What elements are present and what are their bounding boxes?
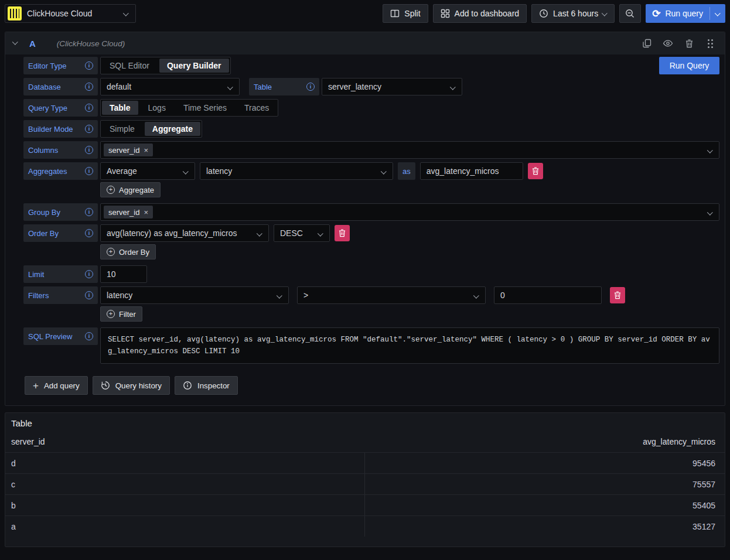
remove-filter-button[interactable] (610, 287, 625, 303)
cell-avg-latency: 55405 (365, 495, 725, 515)
columns-label-box: Columns i (23, 141, 98, 159)
sql-preview-row: SQL Preview i SELECT server_id, avg(late… (23, 327, 719, 364)
datasource-picker[interactable]: ClickHouse Cloud (5, 4, 136, 23)
query-editor-container: A (ClickHouse Cloud) Editor Type i SQL E… (5, 32, 725, 406)
add-to-dashboard-label: Add to dashboard (455, 9, 520, 18)
option-traces[interactable]: Traces (237, 101, 277, 115)
table-header-row: server_id avg_latency_micros (5, 431, 725, 452)
builder-mode-row: Builder Mode i Simple Aggregate (23, 120, 719, 138)
builder-mode-radio-group: Simple Aggregate (100, 120, 202, 138)
option-time-series[interactable]: Time Series (176, 101, 234, 115)
cell-avg-latency: 95456 (365, 453, 725, 473)
remove-chip-icon[interactable]: × (144, 146, 148, 154)
chevron-down-icon (257, 231, 262, 237)
run-query-inline-button[interactable]: Run Query (659, 57, 719, 74)
chevron-down-icon (183, 169, 189, 175)
order-by-label: Order By (28, 229, 59, 238)
info-icon[interactable]: i (85, 62, 93, 70)
columns-multiselect[interactable]: server_id × (100, 141, 719, 159)
split-icon (390, 9, 400, 18)
option-aggregate[interactable]: Aggregate (145, 122, 200, 136)
chevron-down-icon (707, 210, 713, 216)
order-direction-select[interactable]: DESC (274, 224, 330, 242)
limit-label: Limit (28, 270, 44, 279)
history-icon (101, 381, 110, 390)
database-select[interactable]: default (100, 78, 240, 95)
filter-operator-select[interactable]: > (297, 286, 486, 304)
run-query-button[interactable]: ⟳ Run query (646, 4, 725, 23)
drag-handle-icon[interactable] (704, 37, 717, 50)
info-icon[interactable]: i (85, 125, 93, 133)
time-range-picker[interactable]: Last 6 hours (531, 4, 615, 23)
editor-type-label: Editor Type (28, 62, 67, 70)
group-by-chip-label: server_id (108, 208, 139, 217)
info-icon[interactable]: i (85, 291, 93, 299)
limit-row: Limit i 10 (23, 265, 719, 283)
clickhouse-logo-icon (8, 6, 22, 21)
duplicate-query-icon[interactable] (640, 37, 653, 50)
run-query-dropdown[interactable] (710, 4, 725, 23)
aggregate-function-select[interactable]: Average (100, 162, 195, 180)
cell-server-id: d (5, 453, 365, 473)
group-by-label: Group By (28, 208, 60, 217)
split-label: Split (404, 9, 420, 18)
split-button[interactable]: Split (383, 4, 428, 23)
column-header-avg-latency[interactable]: avg_latency_micros (363, 437, 715, 446)
query-type-label-box: Query Type i (23, 99, 98, 117)
info-icon[interactable]: i (85, 104, 93, 112)
inspector-button[interactable]: Inspector (175, 376, 238, 395)
inspector-label: Inspector (197, 381, 230, 390)
option-logs[interactable]: Logs (141, 101, 173, 115)
aggregate-column-select[interactable]: latency (200, 162, 393, 180)
add-filter-button[interactable]: + Filter (100, 306, 142, 322)
order-by-label-box: Order By i (23, 224, 98, 242)
remove-chip-icon[interactable]: × (144, 209, 148, 216)
table-row: d 95456 (5, 452, 725, 473)
group-by-chip: server_id × (104, 206, 153, 218)
info-icon[interactable]: i (85, 208, 93, 216)
table-panel: Table server_id avg_latency_micros d 954… (5, 412, 725, 547)
remove-query-trash-icon[interactable] (683, 37, 695, 50)
add-order-by-label: Order By (119, 248, 149, 257)
chevron-down-icon (450, 84, 456, 90)
info-icon[interactable]: i (85, 229, 93, 237)
zoom-out-time-button[interactable] (619, 4, 641, 23)
info-icon[interactable]: i (85, 146, 93, 154)
add-query-button[interactable]: + Add query (25, 376, 88, 395)
filter-value-input[interactable]: 0 (494, 286, 602, 304)
option-query-builder[interactable]: Query Builder (159, 59, 229, 73)
info-icon[interactable]: i (85, 332, 93, 340)
filter-operator-value: > (303, 291, 308, 300)
info-icon[interactable]: i (85, 167, 93, 175)
info-icon[interactable]: i (85, 83, 93, 91)
option-table[interactable]: Table (102, 101, 138, 115)
query-type-row: Query Type i Table Logs Time Series Trac… (23, 99, 719, 117)
table-select[interactable]: server_latency (322, 78, 462, 95)
filter-column-select[interactable]: latency (100, 286, 289, 304)
remove-order-by-button[interactable] (335, 225, 350, 241)
chevron-down-icon (227, 84, 233, 90)
table-value: server_latency (328, 82, 381, 91)
add-aggregate-button[interactable]: + Aggregate (100, 182, 161, 197)
run-query-label: Run query (665, 9, 703, 18)
info-icon[interactable]: i (306, 83, 315, 91)
collapse-query-icon[interactable] (12, 39, 18, 45)
info-icon[interactable]: i (85, 270, 93, 278)
add-to-dashboard-button[interactable]: Add to dashboard (433, 4, 527, 23)
query-history-button[interactable]: Query history (93, 376, 170, 395)
table-label-box: Table i (249, 78, 319, 95)
limit-input[interactable]: 10 (100, 265, 147, 283)
panel-title[interactable]: Table (5, 413, 725, 431)
cell-server-id: c (5, 474, 365, 494)
remove-aggregate-button[interactable] (528, 163, 543, 179)
order-by-field-select[interactable]: avg(latency) as avg_latency_micros (100, 224, 269, 242)
option-sql-editor[interactable]: SQL Editor (102, 59, 157, 73)
hide-response-eye-icon[interactable] (661, 37, 674, 50)
column-header-server-id[interactable]: server_id (11, 437, 363, 446)
add-order-by-button[interactable]: + Order By (100, 244, 156, 259)
aggregate-alias-input[interactable]: avg_latency_micros (420, 162, 523, 180)
database-label: Database (28, 83, 61, 91)
time-range-label: Last 6 hours (553, 9, 598, 18)
option-simple[interactable]: Simple (102, 122, 142, 136)
group-by-multiselect[interactable]: server_id × (100, 203, 719, 221)
